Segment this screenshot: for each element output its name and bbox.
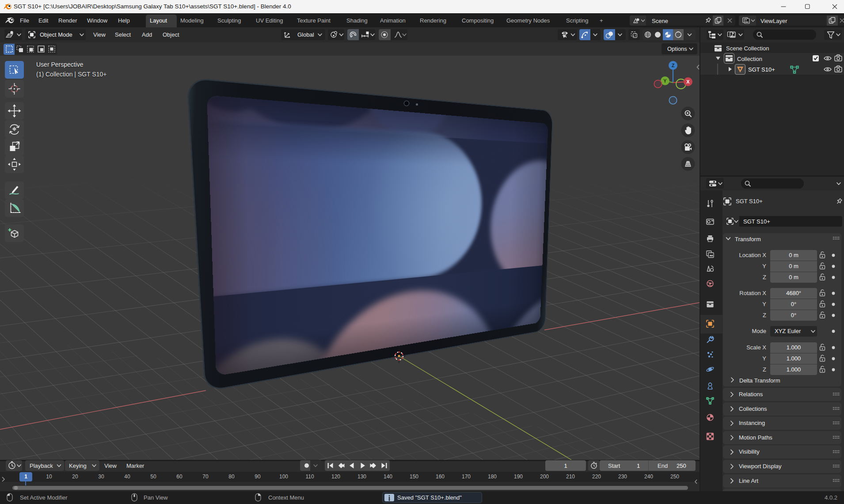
svg-text:X: X (686, 79, 690, 84)
svg-text:Z: Z (672, 63, 675, 68)
svg-text:Y: Y (663, 78, 667, 83)
